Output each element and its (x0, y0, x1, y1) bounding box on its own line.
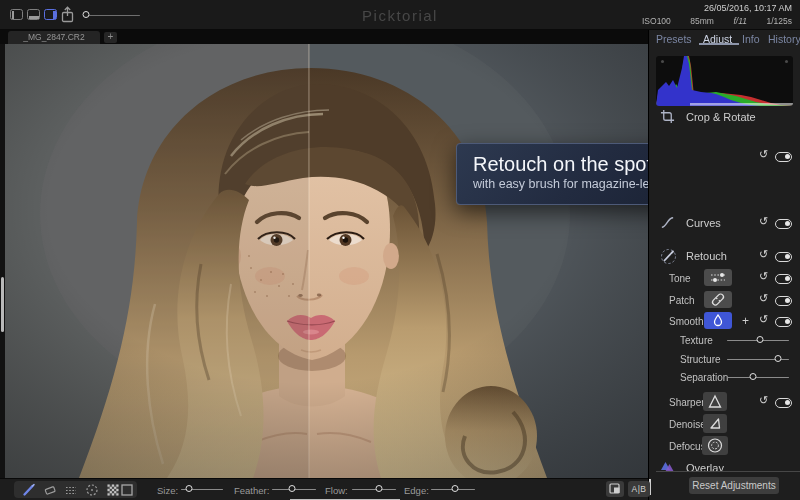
enable-toggle[interactable] (775, 274, 792, 284)
patch-tool-button[interactable] (704, 291, 732, 308)
panel-retouch[interactable]: Retouch ↺ (649, 248, 800, 265)
curves-icon (660, 215, 678, 232)
exif-shutter: 1/125s (766, 16, 792, 26)
slider-knob[interactable] (756, 336, 763, 343)
file-tab-strip: _MG_2847.CR2 + (0, 30, 648, 44)
reset-icon[interactable]: ↺ (759, 148, 772, 161)
slider-knob[interactable] (185, 485, 192, 492)
brush-tool-icon[interactable] (22, 483, 36, 497)
tool-label: Sharpen (669, 397, 707, 408)
panel-crop-rotate[interactable]: Crop & Rotate (649, 109, 800, 126)
slider-label: Separation (680, 372, 728, 383)
enable-toggle[interactable] (775, 152, 792, 162)
size-slider[interactable] (181, 484, 223, 495)
separation-slider[interactable] (727, 372, 789, 383)
slider-knob[interactable] (750, 373, 757, 380)
slider-label: Structure (680, 354, 721, 365)
panel-label: Crop & Rotate (686, 111, 756, 123)
eraser-tool-icon[interactable] (43, 483, 57, 497)
structure-slider[interactable] (727, 354, 789, 365)
panel-row-obscured[interactable]: ↺ (649, 148, 800, 165)
enable-toggle[interactable] (775, 219, 792, 229)
panel-label: Curves (686, 217, 721, 229)
smooth-tool-button[interactable] (704, 312, 732, 329)
tab-info[interactable]: Info (742, 33, 760, 45)
sidebar-footer: Reset Adjustments (649, 472, 800, 500)
tone-tool-button[interactable] (704, 269, 732, 286)
left-scrollbar-handle[interactable] (1, 277, 4, 332)
file-tab[interactable]: _MG_2847.CR2 (8, 31, 100, 44)
ab-compare-button[interactable]: A|B (628, 481, 650, 497)
linear-gradient-tool-icon[interactable] (64, 483, 78, 497)
rectangle-tool-icon[interactable] (120, 483, 134, 497)
size-label: Size: (157, 485, 178, 496)
photo-canvas[interactable] (5, 44, 648, 478)
enable-toggle[interactable] (775, 296, 792, 306)
retouch-tool-smooth[interactable]: Smooth + ↺ (649, 313, 800, 330)
defocus-tool-button[interactable] (702, 436, 728, 455)
reset-icon[interactable]: ↺ (759, 292, 772, 305)
slider-row-structure: Structure (649, 352, 800, 369)
reset-icon[interactable]: ↺ (759, 215, 772, 228)
slider-row-separation: Separation (649, 370, 800, 387)
feather-label: Feather: (234, 485, 269, 496)
reset-adjustments-button[interactable]: Reset Adjustments (689, 477, 779, 494)
radial-gradient-tool-icon[interactable] (85, 483, 99, 497)
slider-track[interactable] (352, 489, 396, 490)
reset-icon[interactable]: ↺ (759, 394, 772, 407)
tool-label: Denoise (669, 419, 706, 430)
active-tab-underline (699, 43, 739, 45)
enable-toggle[interactable] (775, 317, 792, 327)
exif-info: ISO100 85mm f/11 1/125s (642, 16, 792, 26)
compare-original-button[interactable] (606, 481, 624, 497)
pattern-mask-tool-icon[interactable] (106, 483, 120, 497)
flow-label: Flow: (325, 485, 348, 496)
add-tab-button[interactable]: + (104, 32, 117, 43)
tool-label: Patch (669, 295, 695, 306)
edge-slider[interactable] (431, 484, 475, 495)
portrait-photo (5, 44, 648, 478)
slider-track[interactable] (727, 377, 789, 378)
flow-slider[interactable] (352, 484, 396, 495)
tool-label: Tone (669, 273, 691, 284)
enable-toggle[interactable] (775, 252, 792, 262)
slider-knob[interactable] (288, 485, 295, 492)
reset-icon[interactable]: ↺ (759, 313, 772, 326)
brush-toolbar: Size: Feather: Flow: Edge: A|B (0, 478, 648, 500)
exif-focal: 85mm (690, 16, 714, 26)
tab-presets[interactable]: Presets (656, 33, 692, 45)
detail-tool-sharpen[interactable]: Sharpen ↺ (649, 394, 800, 411)
edge-label: Edge: (404, 485, 429, 496)
shadow-clipping-dot[interactable] (661, 60, 664, 63)
add-icon[interactable]: + (742, 314, 749, 328)
top-toolbar: Picktorial 26/05/2016, 10:17 AM ISO100 8… (0, 0, 800, 30)
texture-slider[interactable] (727, 335, 789, 346)
slider-knob[interactable] (376, 485, 383, 492)
denoise-tool-button[interactable] (703, 414, 727, 433)
detail-tool-defocus[interactable]: Defocus (649, 438, 800, 455)
crop-icon (660, 109, 678, 126)
highlight-clipping-dot[interactable] (785, 60, 788, 63)
panel-curves[interactable]: Curves ↺ (649, 215, 800, 232)
slider-knob[interactable] (775, 355, 782, 362)
adjust-sidebar: Presets Adjust Info History Crop & Rota (648, 30, 800, 500)
retouch-tool-patch[interactable]: Patch ↺ (649, 292, 800, 309)
panel-label: Retouch (686, 250, 727, 262)
tool-label: Smooth (669, 316, 703, 327)
detail-tool-denoise[interactable]: Denoise (649, 416, 800, 433)
retouch-tool-tone[interactable]: Tone ↺ (649, 270, 800, 287)
reset-icon[interactable]: ↺ (759, 270, 772, 283)
photo-datetime: 26/05/2016, 10:17 AM (704, 3, 792, 13)
reset-icon[interactable]: ↺ (759, 248, 772, 261)
slider-row-texture: Texture (649, 333, 800, 350)
retouch-brush-icon (660, 248, 678, 265)
exif-iso: ISO100 (642, 16, 671, 26)
slider-knob[interactable] (452, 485, 459, 492)
enable-toggle[interactable] (775, 398, 792, 408)
tool-label: Defocus (669, 441, 706, 452)
tab-history[interactable]: History (768, 33, 800, 45)
sharpen-tool-button[interactable] (703, 392, 727, 411)
exif-aperture: f/11 (733, 16, 747, 26)
feather-slider[interactable] (272, 484, 316, 495)
histogram (656, 56, 793, 106)
